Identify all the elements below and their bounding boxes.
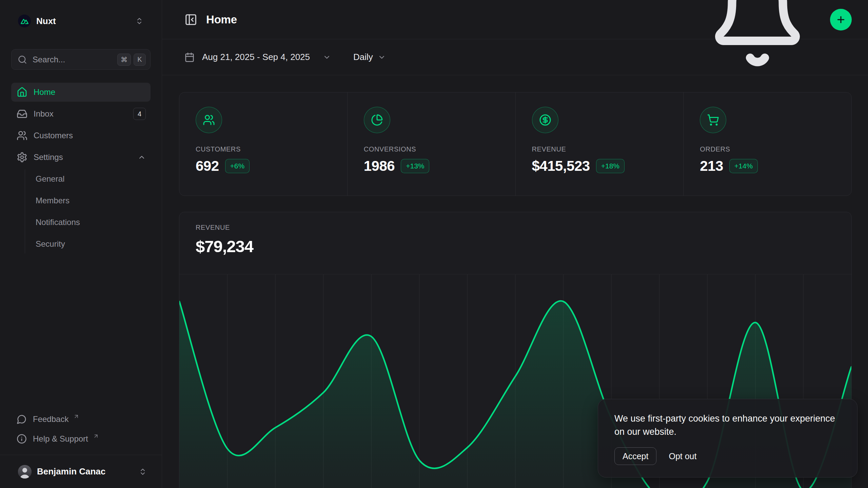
stat-value: $415,523 (532, 158, 590, 174)
feedback-label: Feedback (33, 414, 68, 424)
sidebar-item-label: Home (34, 87, 146, 97)
sidebar-item-label: Settings (34, 152, 132, 162)
period-select[interactable]: Daily (353, 52, 386, 62)
feedback-link[interactable]: Feedback (11, 409, 151, 429)
message-circle-icon (17, 414, 27, 424)
accept-button[interactable]: Accept (614, 447, 656, 465)
calendar-icon (184, 52, 195, 62)
opt-out-button[interactable]: Opt out (669, 451, 696, 461)
page-header: Home (162, 0, 868, 39)
stat-delta-badge: +14% (729, 159, 758, 173)
sidebar-item-label: Inbox (34, 109, 127, 119)
sidebar-nav: Home Inbox 4 Customers Settings General (11, 83, 151, 256)
sidebar-item-customers[interactable]: Customers (11, 126, 151, 145)
search-input[interactable]: Search... ⌘ K (11, 49, 151, 70)
stat-icon-circle (700, 107, 726, 133)
cookie-actions: Accept Opt out (614, 447, 841, 465)
inbox-count-badge: 4 (133, 108, 146, 120)
chevron-up-icon (138, 153, 146, 161)
revenue-chart-value: $79,234 (196, 237, 835, 256)
notifications-button[interactable] (707, 0, 808, 70)
sidebar-item-security[interactable]: Security (36, 235, 151, 253)
stat-delta-badge: +6% (225, 159, 250, 173)
sidebar-item-settings[interactable]: Settings (11, 148, 151, 167)
search-shortcut: ⌘ K (117, 54, 146, 66)
app-window: Nuxt Search... ⌘ K Home Inbox 4 Cu (0, 0, 868, 488)
period-value: Daily (353, 52, 373, 62)
sidebar-subitem-label: Notifications (36, 218, 80, 227)
stat-value: 692 (196, 158, 219, 174)
settings-subnav: General Members Notifications Security (25, 169, 151, 253)
house-icon (17, 87, 27, 98)
dollar-circle-icon (539, 114, 551, 126)
revenue-chart-label: REVENUE (196, 224, 835, 231)
stat-customers[interactable]: CUSTOMERS 692 +6% (179, 93, 347, 196)
user-menu[interactable]: Benjamin Canac (0, 455, 162, 488)
stats-card: CUSTOMERS 692 +6% CONVERSIONS 1986 +13% (179, 92, 852, 196)
stat-icon-circle (196, 107, 222, 133)
sidebar-subitem-label: General (36, 174, 64, 184)
sidebar-footer: Feedback Help & Support (11, 409, 151, 449)
sidebar-item-label: Customers (34, 131, 146, 140)
external-link-icon (93, 433, 99, 439)
search-placeholder: Search... (33, 55, 112, 64)
sidebar-spacer (0, 256, 162, 409)
chevrons-up-down-icon (135, 17, 143, 25)
sidebar-subitem-label: Members (36, 196, 70, 205)
info-circle-icon (17, 434, 27, 444)
external-link-icon (73, 413, 79, 420)
stat-label: REVENUE (532, 145, 566, 153)
team-name: Nuxt (36, 16, 130, 26)
stat-delta-badge: +18% (596, 159, 625, 173)
cookie-banner: We use first-party cookies to enhance yo… (598, 399, 857, 477)
stat-value: 1986 (364, 158, 395, 174)
main-area: Home Aug 21, 2025 - Sep 4, 2025 Daily (162, 0, 868, 488)
stat-delta-badge: +13% (401, 159, 429, 173)
user-name: Benjamin Canac (37, 466, 133, 477)
date-range-value: Aug 21, 2025 - Sep 4, 2025 (202, 52, 310, 62)
date-range-picker[interactable]: Aug 21, 2025 - Sep 4, 2025 (184, 52, 331, 62)
add-button[interactable] (830, 9, 852, 30)
page-title: Home (206, 13, 237, 26)
stat-orders[interactable]: ORDERS 213 +14% (683, 93, 851, 196)
cookie-message: We use first-party cookies to enhance yo… (614, 412, 838, 439)
kbd-k: K (134, 54, 146, 66)
sidebar-item-general[interactable]: General (36, 169, 151, 188)
help-support-label: Help & Support (33, 434, 88, 444)
stat-icon-circle (532, 107, 558, 133)
team-selector[interactable]: Nuxt (11, 12, 147, 30)
shopping-cart-icon (707, 114, 719, 126)
stat-label: CONVERSIONS (364, 145, 416, 153)
sidebar: Nuxt Search... ⌘ K Home Inbox 4 Cu (0, 0, 162, 488)
help-support-link[interactable]: Help & Support (11, 429, 151, 449)
inbox-icon (17, 108, 27, 119)
sidebar-item-members[interactable]: Members (36, 191, 151, 210)
stat-icon-circle (364, 107, 390, 133)
sidebar-item-inbox[interactable]: Inbox 4 (11, 104, 151, 123)
stat-revenue[interactable]: REVENUE $415,523 +18% (515, 93, 684, 196)
stat-label: ORDERS (700, 145, 730, 153)
users-icon (17, 130, 27, 141)
kbd-cmd: ⌘ (117, 54, 131, 66)
chevrons-up-down-icon (139, 468, 147, 476)
sidebar-collapse-button[interactable] (184, 13, 197, 26)
stat-value: 213 (700, 158, 723, 174)
users-icon (203, 114, 215, 126)
bell-icon (707, 0, 808, 70)
search-icon (18, 55, 27, 64)
revenue-chart-header: REVENUE $79,234 (179, 212, 851, 256)
plus-icon (836, 15, 846, 25)
avatar (18, 465, 32, 479)
nuxt-logo-icon (18, 15, 31, 27)
gear-icon (17, 152, 27, 163)
sidebar-item-notifications[interactable]: Notifications (36, 213, 151, 232)
stat-conversions[interactable]: CONVERSIONS 1986 +13% (347, 93, 515, 196)
chevron-down-icon (323, 53, 331, 61)
pie-chart-icon (371, 114, 383, 126)
stat-label: CUSTOMERS (196, 145, 241, 153)
chevron-down-icon (378, 53, 386, 61)
sidebar-subitem-label: Security (36, 239, 65, 249)
sidebar-item-home[interactable]: Home (11, 83, 151, 102)
